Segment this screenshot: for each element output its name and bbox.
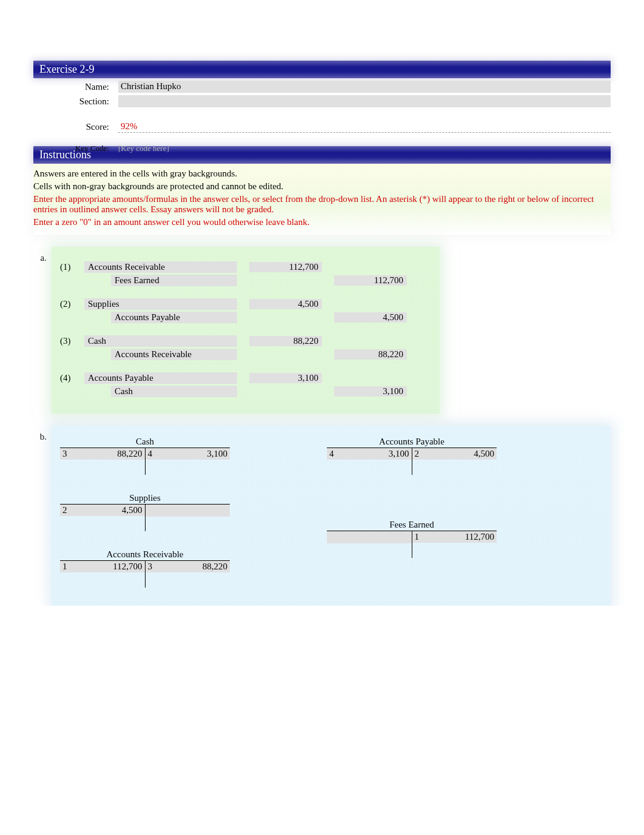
t-account-credit-entry[interactable]: 4 3,100 [146,448,230,460]
t-account-debit-entry[interactable]: 4 3,100 [327,448,412,460]
section-b-letter: b. [33,426,52,606]
entry-ref: 3 [148,562,159,572]
name-label: Name: [33,82,118,92]
t-account-credit-entry[interactable]: 2 4,500 [412,448,497,460]
section-input[interactable] [118,95,611,107]
je-num: (2) [60,299,84,309]
section-b-body: Cash 3 88,220 4 3,100 [52,426,611,606]
t-account-title: Cash [60,437,230,448]
t-account-credit-entry[interactable]: 3 88,220 [146,561,230,572]
entry-amount: 112,700 [426,532,495,542]
section-a: a. (1) Accounts Receivable 112,700 Fees … [33,247,611,414]
t-account-credit-entry[interactable] [146,505,230,517]
exercise-header: Exercise 2-9 [33,61,611,78]
entry-amount: 4,500 [73,505,143,515]
debit-account-select[interactable]: Accounts Payable [84,372,237,384]
debit-amount-input[interactable]: 112,700 [249,262,322,272]
keycode-input[interactable]: [Key code here] [118,144,169,153]
debit-amount-input[interactable]: 3,100 [249,373,322,383]
t-accounts-right-column: Accounts Payable 4 3,100 2 4,500 [327,437,497,588]
info-row-name: Name: Christian Hupko [33,81,611,93]
debit-account-select[interactable]: Supplies [84,298,237,310]
instr-line-1: Answers are entered in the cells with gr… [33,167,611,180]
t-account-cash: Cash 3 88,220 4 3,100 [60,437,230,475]
t-account-debit-entry[interactable]: 3 88,220 [60,448,145,460]
debit-amount-input[interactable]: 4,500 [249,299,322,309]
t-account-debit-entry[interactable] [327,531,412,543]
exercise-title: Exercise 2-9 [39,63,94,75]
entry-amount: 88,220 [159,562,228,572]
name-input[interactable]: Christian Hupko [118,81,611,93]
info-row-score: Score: 92% [33,121,611,133]
t-account-title: Fees Earned [327,520,497,531]
t-account-credit-entry[interactable]: 1 112,700 [412,531,497,543]
t-account-title: Accounts Receivable [60,549,230,561]
t-account-debit-entry[interactable]: 1 112,700 [60,561,145,572]
entry-ref: 1 [62,562,73,572]
instr-line-4: Enter a zero "0" in an amount answer cel… [33,216,611,229]
instr-line-2: Cells with non-gray backgrounds are prot… [33,180,611,193]
instructions-body: Answers are entered in the cells with gr… [33,164,611,235]
entry-ref: 3 [62,449,73,459]
journal-entry-3: (3) Cash 88,220 Accounts Receivable 88,2… [60,335,431,360]
entry-amount: 88,220 [73,449,143,459]
credit-account-select[interactable]: Fees Earned [111,275,237,286]
t-account-accounts-receivable: Accounts Receivable 1 112,700 3 88,220 [60,549,230,588]
credit-amount-input[interactable]: 4,500 [334,312,407,323]
debit-account-select[interactable]: Cash [84,335,237,347]
t-account-debit-entry[interactable]: 2 4,500 [60,505,145,516]
section-a-body: (1) Accounts Receivable 112,700 Fees Ear… [52,247,440,414]
je-num: (3) [60,336,84,346]
entry-ref: 2 [62,505,73,515]
entry-amount: 3,100 [340,449,409,459]
credit-amount-input[interactable]: 112,700 [334,275,407,286]
credit-account-select[interactable]: Accounts Receivable [111,349,237,360]
entry-amount: 4,500 [426,449,495,459]
journal-entry-1: (1) Accounts Receivable 112,700 Fees Ear… [60,261,431,286]
journal-entry-2: (2) Supplies 4,500 Accounts Payable 4,50… [60,298,431,323]
score-label: Score: [33,122,118,132]
instructions-title: Instructions [39,149,91,161]
t-account-fees-earned: Fees Earned 1 112,700 [327,520,497,558]
je-num: (1) [60,262,84,272]
section-label: Section: [33,96,118,107]
t-account-supplies: Supplies 2 4,500 [60,493,230,531]
entry-ref: 4 [329,449,340,459]
credit-account-select[interactable]: Accounts Payable [111,312,237,323]
entry-ref: 2 [415,449,426,459]
entry-ref: 1 [415,532,426,542]
section-b: b. Cash 3 88,220 [33,426,611,606]
entry-amount: 112,700 [73,562,143,572]
t-account-title: Accounts Payable [327,437,497,448]
section-a-letter: a. [33,247,52,414]
credit-amount-input[interactable]: 88,220 [334,349,407,360]
credit-account-select[interactable]: Cash [111,386,237,397]
entry-ref: 4 [148,449,159,459]
instr-line-3: Enter the appropriate amounts/formulas i… [33,193,611,216]
t-account-accounts-payable: Accounts Payable 4 3,100 2 4,500 [327,437,497,475]
t-account-title: Supplies [60,493,230,505]
je-num: (4) [60,373,84,383]
t-accounts-left-column: Cash 3 88,220 4 3,100 [60,437,230,588]
debit-account-select[interactable]: Accounts Receivable [84,261,237,273]
debit-amount-input[interactable]: 88,220 [249,336,322,346]
journal-entry-4: (4) Accounts Payable 3,100 Cash 3,100 [60,372,431,397]
credit-amount-input[interactable]: 3,100 [334,386,407,397]
score-value: 92% [118,121,611,133]
info-row-section: Section: [33,95,611,107]
entry-amount: 3,100 [159,449,228,459]
